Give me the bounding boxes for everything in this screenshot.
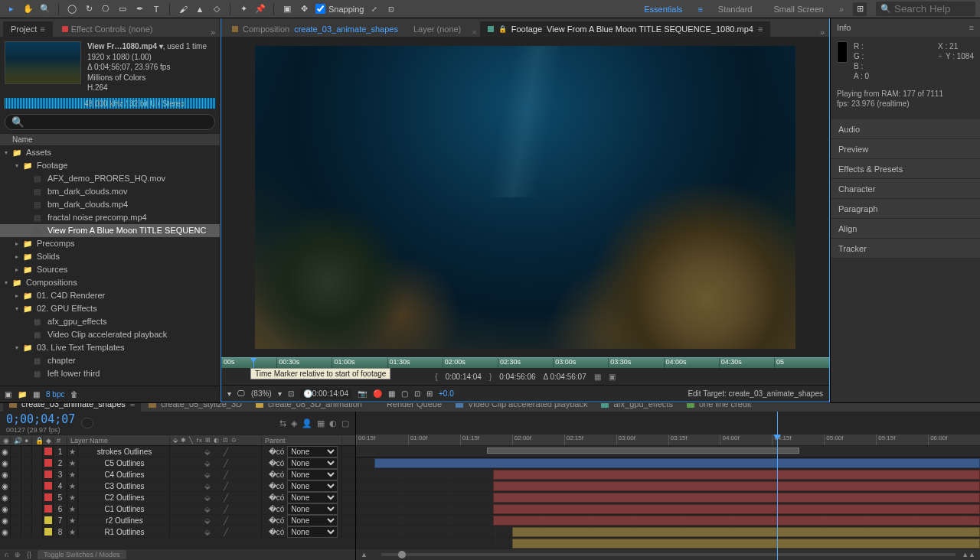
layer-row[interactable]: ◉ 1 ★ strokes Outlines ⬙ ╱ �cóNone — [0, 446, 355, 457]
timeline-tab[interactable]: create_03_animate_shapes ≡ — [3, 403, 141, 412]
type-tool-icon[interactable]: T — [149, 2, 163, 16]
zoom-out-icon[interactable]: ▲ — [361, 551, 368, 558]
footage-tab[interactable]: 🔒Footage View From A Blue Moon TITLE SEQ… — [480, 21, 771, 37]
timeline-tab[interactable]: one line credit — [681, 403, 758, 412]
snapshot-icon[interactable]: 📷 — [358, 389, 367, 398]
snapping-toggle[interactable]: Snapping ⤢ ⊡ — [315, 2, 398, 16]
col-label[interactable]: ◆ — [43, 437, 54, 444]
zoom-tool-icon[interactable]: 🔍 — [38, 2, 52, 16]
out-point-icon[interactable]: } — [489, 373, 492, 381]
col-solo[interactable]: ● — [21, 437, 32, 444]
timeline-zoom-slider[interactable] — [381, 553, 956, 556]
work-area-bar[interactable] — [356, 446, 980, 457]
layer-row[interactable]: ◉ 3 ★ C4 Outlines ⬙ ╱ �cóNone — [0, 469, 355, 480]
new-folder-icon[interactable]: 📁 — [18, 390, 27, 399]
brush-tool-icon[interactable]: 🖌 — [176, 2, 190, 16]
zoom-in-icon[interactable]: ▲▲ — [962, 551, 975, 558]
puppet-tool-icon[interactable]: 📌 — [253, 2, 267, 16]
channel-icon[interactable]: 🔴 — [373, 389, 382, 398]
workspace-standard[interactable]: Standard — [712, 3, 759, 15]
tree-item[interactable]: ▦Video Clip accelerated playback — [0, 328, 220, 341]
tree-item[interactable]: ▦left lower third — [0, 367, 220, 380]
layer-row[interactable]: ◉ 6 ★ C1 Outlines ⬙ ╱ �cóNone — [0, 503, 355, 515]
info-menu-icon[interactable]: ≡ — [969, 23, 974, 32]
tree-item[interactable]: ▦afx_gpu_effects — [0, 315, 220, 328]
col-video[interactable]: ◉ — [0, 437, 11, 444]
tree-item[interactable]: ▤fractal noise precomp.mp4 — [0, 211, 220, 224]
project-tree[interactable]: ▾📁Assets▾📁Footage▤AFX_demo_PRORES_HQ.mov… — [0, 146, 220, 386]
tree-item[interactable]: ▸📁01. C4D Renderer — [0, 289, 220, 302]
help-search-input[interactable] — [894, 3, 971, 15]
layer-row[interactable]: ◉ 5 ★ C2 Outlines ⬙ ╱ �cóNone — [0, 492, 355, 503]
shy-icon[interactable]: 👤 — [302, 418, 312, 428]
overlay-edit-icon[interactable]: ▣ — [609, 373, 616, 381]
layer-row[interactable]: ◉ 8 ★ R1 Outlines ⬙ ╱ �cóNone — [0, 526, 355, 538]
layer-tab[interactable]: Layer (none) — [406, 21, 469, 37]
timeline-tab[interactable]: afx_gpu_effects — [595, 403, 678, 412]
mesh-tool-icon[interactable]: ▣ — [280, 2, 294, 16]
snap-opt-icon[interactable]: ⤢ — [368, 2, 381, 16]
new-comp-icon[interactable]: ▦ — [33, 390, 40, 399]
project-name-header[interactable]: Name — [0, 133, 220, 146]
draft3d-icon[interactable]: ◈ — [291, 418, 297, 428]
tree-item[interactable]: ▸📁Precomps — [0, 237, 220, 250]
workspace-smallscreen[interactable]: Small Screen — [767, 3, 829, 15]
exposure-value[interactable]: +0.0 — [439, 389, 454, 398]
panel-preview[interactable]: Preview — [831, 139, 980, 159]
bpc-toggle[interactable]: 8 bpc — [46, 390, 64, 399]
axis-tool-icon[interactable]: ✥ — [297, 2, 311, 16]
timeline-tab[interactable]: Video Clip accelerated playback — [449, 403, 593, 412]
panel-character[interactable]: Character — [831, 179, 980, 199]
anchor-tool-icon[interactable]: ⎔ — [99, 2, 113, 16]
footage-ruler[interactable]: Time Marker relative to start of footage… — [221, 357, 829, 368]
col-parent[interactable]: Parent — [262, 437, 342, 444]
magnification-icon[interactable]: ▾ — [227, 389, 231, 398]
frame-blend-row-icon[interactable]: {} — [27, 551, 31, 558]
tree-item[interactable]: ▤bm_dark_clouds.mp4 — [0, 198, 220, 211]
tree-item[interactable]: ▾📁Assets — [0, 146, 220, 159]
graph-editor-icon[interactable]: ▢ — [341, 418, 349, 428]
zoom-ratio[interactable]: (83%) — [251, 389, 272, 398]
tree-item[interactable]: ▾📁Compositions — [0, 276, 220, 289]
tree-item[interactable]: ▾📁03. Live Text Templates — [0, 341, 220, 354]
render-time-icon[interactable]: ⊕ — [15, 551, 21, 558]
pen-tool-icon[interactable]: ✒ — [132, 2, 146, 16]
col-index[interactable]: # — [54, 437, 67, 444]
rotate-tool-icon[interactable]: ↻ — [82, 2, 96, 16]
timeline-timecode[interactable]: 0;00;04;07 — [6, 412, 75, 426]
timecode-box[interactable]: 🕐0:00:14:04 — [300, 389, 351, 399]
tree-item[interactable]: ▦chapter — [0, 354, 220, 367]
orbit-tool-icon[interactable]: ◯ — [65, 2, 79, 16]
tree-item[interactable]: ▾📁02. GPU Effects — [0, 302, 220, 315]
workspace-menu-icon[interactable]: ≡ — [697, 5, 702, 14]
panel-tracker[interactable]: Tracker — [831, 239, 980, 259]
timeline-search-input[interactable] — [81, 418, 93, 428]
tree-item[interactable]: ▤bm_dark_clouds.mov — [0, 185, 220, 198]
timeline-tab[interactable]: Render Queue — [370, 403, 448, 412]
help-search[interactable]: 🔍 — [876, 2, 975, 16]
tree-item[interactable]: ▸📁Sources — [0, 263, 220, 276]
viewer-overflow-icon[interactable]: » — [820, 28, 829, 37]
viewer-area[interactable] — [221, 37, 829, 357]
interpret-footage-icon[interactable]: ▣ — [5, 390, 11, 399]
ruler-cti[interactable] — [253, 358, 254, 368]
mask-icon[interactable]: ▢ — [401, 389, 408, 398]
resolution-icon[interactable]: ⊡ — [288, 389, 294, 398]
always-preview-icon[interactable]: 🖵 — [237, 389, 245, 398]
panel-align[interactable]: Align — [831, 219, 980, 239]
selection-tool-icon[interactable]: ▸ — [5, 2, 18, 16]
layer-row[interactable]: ◉ 7 ★ r2 Outlines ⬙ ╱ �cóNone — [0, 515, 355, 526]
layer-row[interactable]: ◉ 4 ★ C3 Outlines ⬙ ╱ �cóNone — [0, 480, 355, 492]
transparency-grid-icon[interactable]: ▦ — [388, 389, 395, 398]
timeline-tab[interactable]: create_05_stylize_3D — [142, 403, 248, 412]
timeline-ruler[interactable]: 00:15f01:00f01:15f02:00f02:15f03:00f03:1… — [356, 435, 980, 446]
panel-effects-presets[interactable]: Effects & Presets — [831, 159, 980, 179]
project-tab[interactable]: Project ≡ — [3, 21, 53, 37]
layer-row[interactable]: ◉ 2 ★ C5 Outlines ⬙ ╱ �cóNone — [0, 457, 355, 469]
hand-tool-icon[interactable]: ✋ — [21, 2, 35, 16]
timeline-cti[interactable] — [777, 412, 778, 560]
ripple-insert-icon[interactable]: ▦ — [594, 373, 601, 381]
project-search-input[interactable] — [5, 114, 215, 130]
grid-icon[interactable]: ⊞ — [426, 389, 433, 398]
roto-tool-icon[interactable]: ✦ — [237, 2, 250, 16]
